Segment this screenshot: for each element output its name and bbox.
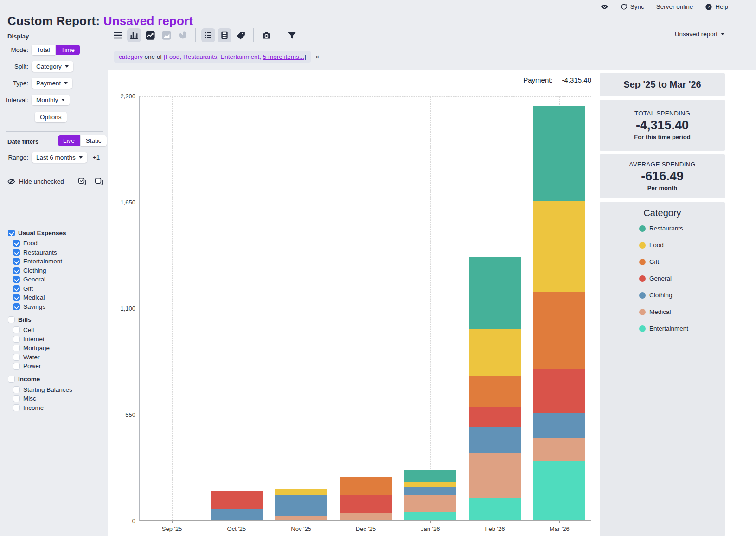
- date-filters-section-label: Date filters: [7, 138, 38, 145]
- date-live-button[interactable]: Live: [58, 135, 80, 146]
- svg-text:?: ?: [708, 5, 710, 9]
- bar-segment-general: [340, 495, 392, 513]
- mode-time-button[interactable]: Time: [56, 45, 80, 55]
- filter-more-link[interactable]: 5 more items...: [263, 53, 304, 60]
- category-item-mortgage[interactable]: Mortgage: [0, 344, 108, 353]
- category-item-internet[interactable]: Internet: [0, 335, 108, 344]
- page-title: Custom Report: Unsaved report: [7, 14, 193, 28]
- mode-total-button[interactable]: Total: [32, 45, 55, 55]
- category-item-misc[interactable]: Misc: [0, 394, 108, 403]
- checkbox[interactable]: [13, 363, 20, 370]
- checkbox[interactable]: [13, 258, 20, 265]
- legend-label: Gift: [649, 258, 659, 265]
- menu-icon[interactable]: [111, 28, 125, 42]
- category-item-cell[interactable]: Cell: [0, 325, 108, 335]
- category-item-entertainment[interactable]: Entertainment: [0, 257, 108, 266]
- checkbox[interactable]: [13, 303, 20, 310]
- options-button[interactable]: Options: [35, 112, 67, 122]
- average-spending-value: -616.49: [600, 169, 725, 184]
- filter-icon[interactable]: [285, 28, 299, 42]
- mode-label: Mode:: [0, 46, 32, 53]
- category-filter-chip[interactable]: category one of [Food, Restaurants, Ente…: [114, 51, 311, 63]
- chevron-down-icon: [61, 99, 65, 101]
- filter-chip-close-icon[interactable]: ×: [315, 53, 320, 60]
- legend-label: Food: [649, 242, 664, 249]
- y-axis-tick-label: 1,100: [115, 305, 135, 312]
- category-item-income[interactable]: Income: [0, 403, 108, 413]
- category-item-water[interactable]: Water: [0, 353, 108, 362]
- category-item-label: Cell: [23, 326, 34, 333]
- server-status-button[interactable]: Server online: [656, 3, 693, 10]
- table-icon[interactable]: [201, 28, 215, 42]
- checkbox[interactable]: [13, 336, 20, 343]
- eye-icon: [601, 3, 609, 11]
- checkbox[interactable]: [13, 354, 20, 361]
- x-axis-tick: [366, 521, 366, 523]
- calculator-icon[interactable]: [218, 28, 231, 42]
- interval-dropdown[interactable]: Monthly: [32, 95, 70, 105]
- select-all-icon[interactable]: [78, 177, 87, 186]
- category-item-label: Internet: [23, 336, 45, 343]
- privacy-eye-button[interactable]: [601, 3, 609, 11]
- category-item-general[interactable]: General: [0, 275, 108, 284]
- deselect-all-icon[interactable]: [95, 177, 103, 186]
- checkbox[interactable]: [13, 249, 20, 256]
- checkbox[interactable]: [13, 326, 20, 333]
- checkbox[interactable]: [8, 230, 15, 236]
- checkbox[interactable]: [13, 267, 20, 274]
- checkbox[interactable]: [13, 294, 20, 301]
- help-button[interactable]: ? Help: [705, 3, 728, 11]
- checkbox[interactable]: [8, 376, 15, 383]
- camera-icon[interactable]: [259, 28, 273, 42]
- checkbox[interactable]: [13, 404, 20, 411]
- category-item-power[interactable]: Power: [0, 362, 108, 371]
- checkbox[interactable]: [13, 276, 20, 283]
- hide-unchecked-toggle[interactable]: Hide unchecked: [7, 178, 64, 185]
- tag-icon[interactable]: [234, 28, 248, 42]
- category-item-starting-balances[interactable]: Starting Balances: [0, 385, 108, 395]
- bar-chart-icon[interactable]: [127, 28, 141, 42]
- chart-header-value: -4,315.40: [562, 76, 591, 84]
- date-static-button[interactable]: Static: [81, 135, 107, 146]
- checkbox[interactable]: [13, 386, 20, 393]
- checkbox[interactable]: [13, 285, 20, 292]
- x-axis-tick: [237, 521, 237, 523]
- saved-report-menu[interactable]: Unsaved report: [675, 31, 724, 38]
- split-dropdown[interactable]: Category: [32, 61, 73, 72]
- category-item-food[interactable]: Food: [0, 239, 108, 248]
- filter-bracket: ]: [304, 53, 306, 60]
- checkbox[interactable]: [13, 345, 20, 351]
- bar-segment-clothing: [469, 427, 521, 453]
- category-item-label: Medical: [23, 294, 45, 301]
- category-item-label: Gift: [23, 285, 33, 292]
- category-item-savings[interactable]: Savings: [0, 302, 108, 312]
- line-chart-icon[interactable]: [143, 28, 157, 42]
- bar-segment-medical: [469, 453, 521, 498]
- category-group-usual-expenses[interactable]: Usual Expenses: [0, 227, 108, 239]
- sync-label: Sync: [630, 3, 644, 10]
- category-item-clothing[interactable]: Clothing: [0, 266, 108, 275]
- bar-segment-clothing: [275, 495, 327, 516]
- category-item-restaurants[interactable]: Restaurants: [0, 248, 108, 257]
- range-value: Last 6 months: [36, 154, 76, 161]
- sync-button[interactable]: Sync: [621, 3, 644, 10]
- category-item-label: Power: [23, 363, 41, 370]
- category-item-label: Restaurants: [23, 249, 57, 256]
- category-item-medical[interactable]: Medical: [0, 293, 108, 302]
- category-item-gift[interactable]: Gift: [0, 284, 108, 294]
- checkbox[interactable]: [13, 240, 20, 247]
- chevron-down-icon: [64, 82, 68, 84]
- category-group-bills[interactable]: Bills: [0, 313, 108, 325]
- type-dropdown[interactable]: Payment: [32, 78, 72, 89]
- range-dropdown[interactable]: Last 6 months: [32, 152, 87, 163]
- category-group-income[interactable]: Income: [0, 373, 108, 385]
- range-extra-button[interactable]: +1: [93, 154, 100, 161]
- server-status-label: Server online: [656, 3, 693, 10]
- area-chart-icon[interactable]: [160, 28, 173, 42]
- category-tree: Usual ExpensesFoodRestaurantsEntertainme…: [0, 224, 108, 412]
- toolbar-divider: [195, 28, 196, 42]
- category-group-label: Income: [18, 376, 40, 383]
- checkbox[interactable]: [13, 395, 20, 402]
- checkbox[interactable]: [8, 316, 15, 323]
- donut-chart-icon[interactable]: [176, 28, 190, 42]
